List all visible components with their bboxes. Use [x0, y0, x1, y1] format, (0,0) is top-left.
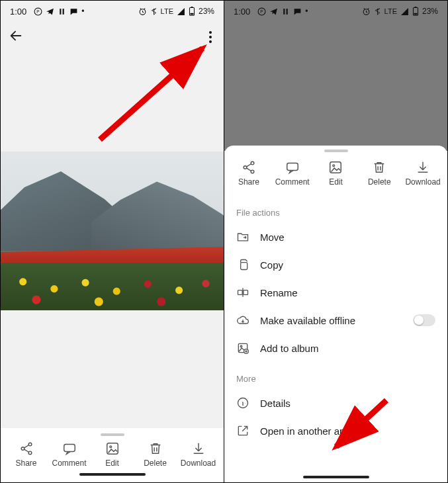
photo-content: [1, 152, 224, 310]
share-button[interactable]: Share: [8, 441, 45, 468]
svg-rect-3: [63, 9, 64, 15]
notif-icon-1: P: [257, 7, 266, 16]
sheet-handle[interactable]: [101, 433, 124, 436]
comment-label: Comment: [52, 459, 86, 468]
alarm-icon: [362, 7, 371, 16]
svg-point-28: [333, 165, 335, 167]
svg-rect-2: [60, 9, 62, 15]
dimmed-background[interactable]: [224, 22, 447, 151]
edit-label: Edit: [329, 177, 343, 187]
share-label: Share: [238, 177, 259, 187]
comment-label: Comment: [275, 177, 310, 187]
clock: 1:00: [234, 7, 250, 17]
comment-button[interactable]: Comment: [274, 160, 311, 187]
edit-icon: [105, 441, 120, 456]
comment-icon: [285, 160, 300, 175]
svg-rect-31: [244, 290, 248, 295]
add-album-item[interactable]: Add to album: [224, 334, 447, 362]
copy-item[interactable]: Copy: [224, 251, 447, 279]
open-external-icon: [236, 424, 249, 437]
offline-item[interactable]: Make available offline: [224, 306, 447, 334]
nav-home-pill[interactable]: [303, 476, 369, 478]
right-screen: 1:00 P • LTE 23% Share: [224, 1, 447, 482]
edit-button[interactable]: Edit: [94, 441, 131, 468]
back-button[interactable]: [9, 28, 23, 46]
sheet-handle[interactable]: [324, 150, 348, 152]
clock: 1:00: [10, 7, 26, 17]
app-header: [1, 22, 224, 52]
network-label: LTE: [161, 7, 173, 15]
delete-icon: [372, 160, 386, 175]
delete-button[interactable]: Delete: [361, 160, 398, 187]
svg-point-13: [109, 446, 111, 448]
left-screen: 1:00 P • LTE 23%: [1, 1, 224, 482]
svg-rect-21: [415, 7, 417, 7]
telegram-icon: [269, 7, 278, 16]
edit-label: Edit: [105, 459, 119, 468]
battery-percent: 23%: [199, 7, 214, 16]
share-icon: [19, 441, 34, 456]
info-icon: [236, 396, 249, 410]
copy-label: Copy: [260, 259, 283, 271]
telegram-icon: [46, 7, 54, 16]
dot-icon: •: [305, 7, 308, 16]
download-icon: [416, 160, 430, 175]
open-other-item[interactable]: Open in another app: [224, 417, 447, 445]
notif-icon-1: P: [34, 7, 42, 16]
svg-rect-11: [64, 445, 75, 452]
edit-icon: [328, 160, 343, 175]
cloud-download-icon: [236, 314, 249, 327]
section-file-actions: File actions: [224, 196, 447, 223]
move-label: Move: [260, 232, 285, 243]
rename-label: Rename: [260, 287, 298, 298]
signal-icon: [400, 7, 409, 16]
svg-rect-18: [287, 9, 288, 15]
alarm-icon: [138, 7, 147, 16]
download-button[interactable]: Download: [404, 160, 441, 187]
share-label: Share: [15, 459, 36, 468]
svg-rect-30: [238, 290, 243, 295]
details-item[interactable]: Details: [224, 389, 447, 417]
open-other-label: Open in another app: [260, 425, 351, 437]
section-more: More: [224, 362, 447, 389]
delete-label: Delete: [144, 459, 167, 468]
chat-icon: [69, 7, 78, 16]
move-item[interactable]: Move: [224, 223, 447, 251]
signal-icon: [177, 7, 185, 16]
share-icon: [242, 160, 256, 175]
chat-icon: [293, 7, 302, 16]
svg-point-33: [240, 345, 242, 347]
edit-button[interactable]: Edit: [317, 160, 354, 187]
svg-rect-22: [414, 13, 418, 15]
overflow-menu-button[interactable]: [205, 27, 216, 47]
pause-icon: [281, 7, 290, 16]
comment-icon: [62, 441, 77, 456]
dot-icon: •: [81, 7, 84, 16]
status-bar: 1:00 P • LTE 23%: [1, 1, 224, 22]
svg-rect-17: [284, 9, 285, 15]
nav-home-pill[interactable]: [79, 473, 146, 476]
share-button[interactable]: Share: [230, 160, 267, 187]
network-label: LTE: [384, 7, 397, 15]
bluetooth-icon: [150, 7, 157, 16]
delete-button[interactable]: Delete: [137, 441, 174, 468]
rename-icon: [236, 286, 249, 299]
details-label: Details: [260, 398, 291, 409]
status-bar: 1:00 P • LTE 23%: [224, 1, 447, 22]
copy-icon: [236, 258, 249, 271]
download-label: Download: [181, 459, 216, 468]
offline-label: Make available offline: [260, 315, 355, 326]
download-button[interactable]: Download: [180, 441, 217, 468]
download-label: Download: [405, 177, 440, 187]
delete-label: Delete: [368, 177, 391, 187]
offline-toggle[interactable]: [413, 314, 435, 326]
move-icon: [236, 230, 249, 243]
comment-button[interactable]: Comment: [51, 441, 88, 468]
add-album-icon: [236, 341, 249, 355]
delete-icon: [148, 441, 163, 456]
svg-text:P: P: [261, 9, 263, 13]
photo-viewer[interactable]: [1, 52, 224, 428]
battery-percent: 23%: [422, 7, 438, 16]
bottom-action-bar: Share Comment Edit Delete Download: [1, 428, 224, 482]
rename-item[interactable]: Rename: [224, 279, 447, 306]
